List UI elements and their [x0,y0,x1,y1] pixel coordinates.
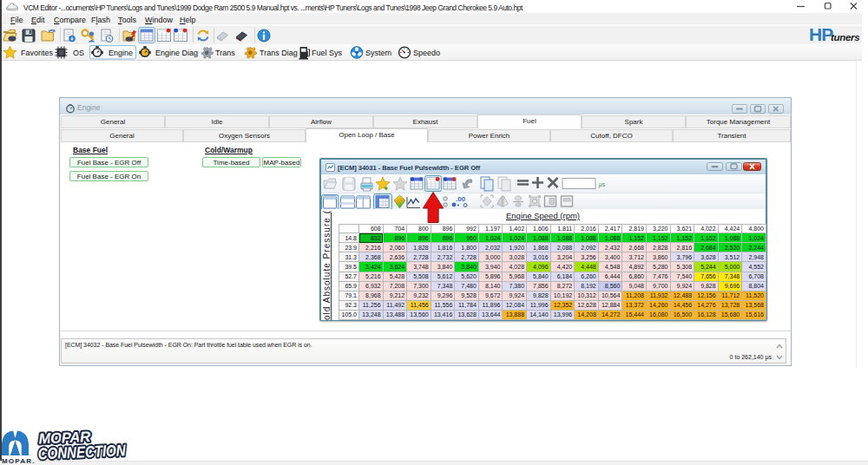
svg-text:.00: .00 [456,195,466,203]
svg-text:HP: HP [809,26,833,44]
svg-text:MOPAR.: MOPAR. [2,457,36,465]
svg-text:tuners: tuners [831,32,859,43]
svg-text:μs: μs [598,181,606,188]
svg-text:old Absolute Pressure (: old Absolute Pressure ( [322,210,332,320]
svg-text:CONNECTION: CONNECTION [37,441,126,462]
